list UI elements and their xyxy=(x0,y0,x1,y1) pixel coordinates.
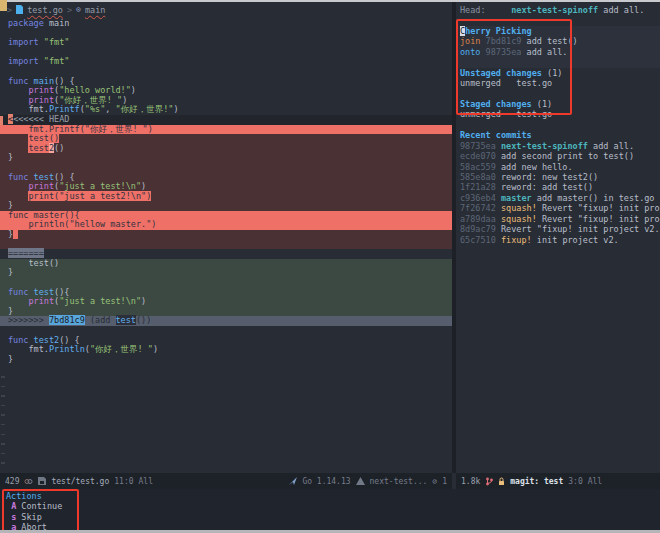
code-line[interactable]: test2() xyxy=(0,144,452,154)
popup-action-skip[interactable]: s Skip xyxy=(6,512,660,522)
breadcrumb-file[interactable]: test.go xyxy=(27,5,63,15)
text-segment: () { xyxy=(54,76,74,86)
magit-line[interactable]: ecde070 add second print to test() xyxy=(456,151,660,161)
breadcrumb-symbol[interactable]: main xyxy=(85,5,105,15)
emacs-frame: > test.go > ⊙ main package main import "… xyxy=(0,0,660,533)
text-segment: "%s" xyxy=(85,104,105,114)
text-segment: print("just a test2!\n") xyxy=(28,191,151,201)
text-segment: (1) xyxy=(542,68,562,78)
code-line[interactable]: } xyxy=(0,355,452,365)
text-segment: "just a test!\n" xyxy=(59,296,141,306)
text-segment: Printf xyxy=(49,104,80,114)
code-line[interactable]: test() xyxy=(0,259,452,269)
code-line[interactable]: test() xyxy=(0,134,452,144)
magit-line[interactable]: c936eb4 master add master() in test.go xyxy=(456,193,660,203)
code-line[interactable]: package main xyxy=(0,19,452,29)
modeline-branch[interactable]: next-test... xyxy=(370,477,428,486)
text-segment: "你好，世界!" xyxy=(116,104,174,114)
text-segment: test xyxy=(28,143,48,153)
text-segment: 7f26742 xyxy=(460,203,501,213)
text-segment: c936eb4 xyxy=(460,193,501,203)
git-branch-icon xyxy=(485,477,493,486)
magit-line[interactable]: Head: next-test-spinoff add all. xyxy=(456,5,660,15)
text-segment: test xyxy=(116,315,136,325)
text-segment: 58ac559 xyxy=(460,162,501,172)
text-segment: Recent commits xyxy=(460,130,532,140)
magit-line[interactable] xyxy=(456,15,660,25)
text-segment: package xyxy=(8,18,44,28)
magit-line[interactable]: 65c7510 fixup! init project v2. xyxy=(456,235,660,245)
magit-line[interactable]: Staged changes (1) xyxy=(456,99,660,109)
magit-line[interactable] xyxy=(456,57,660,67)
magit-line[interactable]: 7f26742 squash! Revert "fixup! init proj… xyxy=(456,203,660,213)
text-segment: ) xyxy=(173,104,178,114)
empty-line-marker xyxy=(1,414,5,416)
text-segment: ecde070 xyxy=(460,151,501,161)
code-line[interactable]: println("hellow master.") xyxy=(0,220,452,230)
code-line[interactable]: print("just a test!\n") xyxy=(0,297,452,307)
text-segment: print xyxy=(28,181,54,191)
magit-line[interactable] xyxy=(456,89,660,99)
magit-line[interactable]: 1f21a28 reword: add test() xyxy=(456,182,660,192)
empty-line-marker xyxy=(1,405,5,407)
code-line[interactable]: ======= xyxy=(0,249,452,259)
magit-line[interactable]: 98735ea next-test-spinoff add all. xyxy=(456,141,660,151)
code-line[interactable]: } xyxy=(0,268,452,278)
code-line[interactable]: >>>>>>> 7bd81c9 (add test()) xyxy=(0,316,452,326)
magit-line[interactable]: 58ac559 add new hello. xyxy=(456,162,660,172)
magit-line[interactable]: unmerged test.go xyxy=(456,78,660,88)
text-segment xyxy=(8,191,28,201)
lock-icon xyxy=(498,477,505,486)
text-segment: print xyxy=(28,95,54,105)
text-segment: ()) xyxy=(136,315,151,325)
text-segment xyxy=(8,133,28,143)
method-symbol-icon: ⊙ xyxy=(76,5,81,14)
text-segment: } xyxy=(8,152,13,162)
text-segment: } xyxy=(8,306,13,316)
code-line[interactable]: fmt.Println("你好，世界! ") xyxy=(0,345,452,355)
text-segment: "fmt" xyxy=(44,56,70,66)
code-area[interactable]: package main import "fmt" import "fmt" f… xyxy=(0,19,452,364)
text-segment: Println xyxy=(49,344,85,354)
text-segment: 65c7510 xyxy=(460,235,501,245)
code-line[interactable] xyxy=(0,240,452,250)
magit-line[interactable]: 8d9ac79 Revert "fixup! init project v2." xyxy=(456,224,660,234)
popup-action-continue[interactable]: A Continue xyxy=(6,501,660,511)
code-line[interactable]: import "fmt" xyxy=(0,38,452,48)
magit-line[interactable]: a789daa squash! Revert "fixup! init proj… xyxy=(456,214,660,224)
code-line[interactable]: import "fmt" xyxy=(0,57,452,67)
magit-line[interactable]: join 7bd81c9 add test() xyxy=(456,36,660,46)
magit-line[interactable]: Unstaged changes (1) xyxy=(456,68,660,78)
code-line[interactable]: } xyxy=(0,230,452,240)
code-line[interactable]: } xyxy=(0,153,452,163)
magit-status-buffer[interactable]: Head: next-test-spinoff add all. Cherry … xyxy=(456,2,660,245)
text-segment: ) xyxy=(141,181,146,191)
magit-line[interactable]: unmerged test.go xyxy=(456,109,660,119)
code-line[interactable]: print("just a test2!\n") xyxy=(0,192,452,202)
magit-line[interactable]: onto 98735ea add all. xyxy=(456,47,660,57)
empty-line-marker xyxy=(1,443,5,445)
text-segment: <<<<<< HEAD xyxy=(13,114,69,124)
text-segment: squash! xyxy=(501,214,537,224)
magit-line[interactable]: Recent commits xyxy=(456,130,660,140)
text-segment: add new hello. xyxy=(501,162,573,172)
text-segment: "fmt" xyxy=(44,37,70,47)
go-version: Go 1.14.13 xyxy=(302,477,350,486)
text-segment xyxy=(8,85,28,95)
magit-line[interactable] xyxy=(456,120,660,130)
text-segment: print xyxy=(28,85,54,95)
flycheck-icon[interactable]: ⊘ xyxy=(432,477,437,486)
text-segment: join xyxy=(460,36,486,46)
code-line[interactable]: fmt.Printf("你好，世界! ") xyxy=(0,125,452,135)
text-segment: } xyxy=(8,354,13,364)
save-icon[interactable] xyxy=(38,477,46,485)
magit-line[interactable]: Cherry Picking xyxy=(456,26,660,36)
popup-items: A Continue s Skip a Abort xyxy=(6,501,660,532)
text-segment: master xyxy=(501,193,532,203)
magit-line[interactable]: 585e8a0 reword: new test2() xyxy=(456,172,660,182)
text-segment: func xyxy=(8,287,34,297)
text-segment: 7bd81c9 xyxy=(49,315,85,325)
editor-window: > test.go > ⊙ main package main import "… xyxy=(0,2,452,473)
text-segment: main xyxy=(34,76,54,86)
text-segment: test() xyxy=(8,258,59,268)
